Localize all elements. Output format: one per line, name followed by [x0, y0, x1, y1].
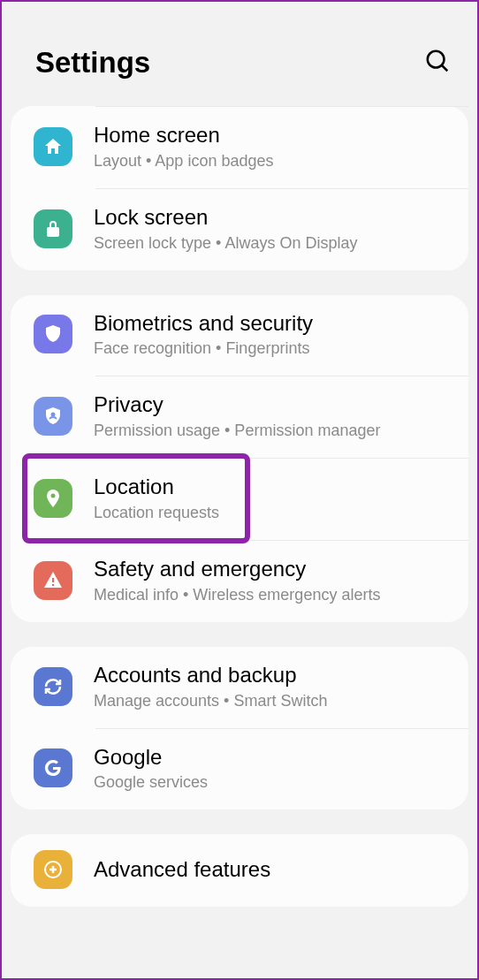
header: Settings — [2, 2, 477, 106]
item-title: Biometrics and security — [94, 311, 451, 337]
item-subtitle: Manage accounts • Smart Switch — [94, 692, 451, 710]
item-title: Safety and emergency — [94, 557, 451, 582]
item-subtitle: Layout • App icon badges — [94, 152, 451, 171]
svg-point-3 — [51, 494, 56, 498]
item-home-screen[interactable]: Home screen Layout • App icon badges — [11, 107, 468, 188]
svg-rect-5 — [52, 584, 54, 586]
item-safety[interactable]: Safety and emergency Medical info • Wire… — [11, 541, 468, 622]
item-subtitle: Location requests — [94, 504, 451, 522]
item-subtitle: Screen lock type • Always On Display — [94, 234, 451, 253]
sync-icon — [34, 667, 72, 706]
settings-group-1: Home screen Layout • App icon badges Loc… — [11, 106, 468, 270]
item-location[interactable]: Location Location requests — [11, 459, 468, 540]
item-subtitle: Google services — [94, 773, 451, 792]
item-biometrics[interactable]: Biometrics and security Face recognition… — [11, 295, 468, 376]
pin-icon — [34, 479, 72, 518]
search-icon[interactable] — [424, 48, 451, 78]
item-subtitle: Face recognition • Fingerprints — [94, 339, 451, 358]
shield-user-icon — [34, 397, 72, 436]
item-title: Google — [94, 745, 451, 771]
shield-icon — [34, 315, 72, 353]
svg-line-1 — [442, 65, 447, 71]
settings-group-4: Advanced features — [11, 834, 468, 907]
item-advanced[interactable]: Advanced features — [11, 834, 468, 907]
item-accounts[interactable]: Accounts and backup Manage accounts • Sm… — [11, 647, 468, 728]
item-privacy[interactable]: Privacy Permission usage • Permission ma… — [11, 376, 468, 458]
item-title: Location — [94, 475, 451, 500]
svg-point-2 — [51, 413, 56, 417]
settings-group-3: Accounts and backup Manage accounts • Sm… — [11, 647, 468, 810]
plus-icon — [34, 850, 72, 889]
item-title: Privacy — [94, 392, 451, 418]
google-icon — [34, 748, 72, 787]
page-title: Settings — [35, 46, 150, 80]
item-subtitle: Medical info • Wireless emergency alerts — [94, 586, 451, 604]
svg-rect-4 — [52, 578, 54, 582]
item-google[interactable]: Google Google services — [11, 729, 468, 810]
item-lock-screen[interactable]: Lock screen Screen lock type • Always On… — [11, 189, 468, 270]
home-icon — [34, 127, 72, 166]
item-title: Home screen — [94, 123, 451, 148]
item-title: Advanced features — [94, 857, 451, 883]
item-subtitle: Permission usage • Permission manager — [94, 422, 451, 440]
svg-point-0 — [428, 51, 445, 68]
item-title: Lock screen — [94, 205, 451, 231]
settings-group-2: Biometrics and security Face recognition… — [11, 295, 468, 622]
alert-icon — [34, 561, 72, 600]
item-title: Accounts and backup — [94, 663, 451, 688]
lock-icon — [34, 209, 72, 248]
